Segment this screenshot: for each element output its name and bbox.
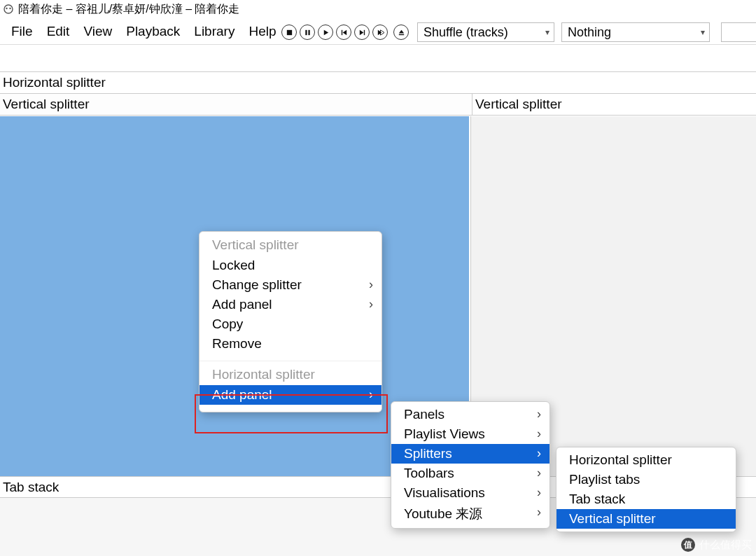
chevron-down-icon: ▾ <box>545 27 550 37</box>
ctx-item-add-panel[interactable]: Add panel <box>200 295 382 314</box>
divider <box>0 115 756 116</box>
svg-point-2 <box>9 8 10 9</box>
svg-rect-14 <box>398 34 403 34</box>
horizontal-splitter-header[interactable]: Horizontal splitter <box>0 71 756 94</box>
watermark-text: 什么值得买 <box>699 538 752 552</box>
vsplit-right-label: Vertical splitter <box>475 97 562 112</box>
context-menu-splitter: Vertical splitter Locked Change splitter… <box>199 231 382 412</box>
svg-marker-13 <box>398 29 403 33</box>
menu-playback[interactable]: Playback <box>119 22 187 41</box>
ctx-group-horizontal: Horizontal splitter <box>200 364 382 385</box>
chevron-down-icon: ▾ <box>701 27 705 37</box>
repeat-mode-combo[interactable]: Nothing ▾ <box>561 22 710 42</box>
svg-rect-7 <box>341 29 342 34</box>
play-button[interactable] <box>318 25 333 40</box>
svg-marker-9 <box>359 29 363 34</box>
window-titlebar: 陪着你走 – 容祖儿/蔡卓妍/钟欣潼 – 陪着你走 <box>0 0 756 18</box>
menu-view[interactable]: View <box>76 22 119 41</box>
hsplit-label: Horizontal splitter <box>3 75 106 90</box>
ctx-item-locked[interactable]: Locked <box>200 256 382 275</box>
menu-separator <box>200 361 382 361</box>
stop-button[interactable] <box>281 25 297 40</box>
menu-file[interactable]: File <box>4 22 40 41</box>
watermark: 值 什么值得买 <box>681 538 752 552</box>
sub-item-visualisations[interactable]: Visualisations <box>391 483 550 503</box>
app-icon <box>3 4 14 15</box>
pause-button[interactable] <box>300 25 315 40</box>
vsplit-left-label: Vertical splitter <box>3 97 90 112</box>
split-item-horizontal[interactable]: Horizontal splitter <box>556 450 736 470</box>
svg-marker-6 <box>323 29 328 34</box>
svg-marker-8 <box>342 29 346 34</box>
menu-help[interactable]: Help <box>241 22 283 41</box>
vertical-splitter-header-right[interactable]: Vertical splitter <box>472 94 756 115</box>
next-button[interactable] <box>354 25 370 40</box>
window-title: 陪着你走 – 容祖儿/蔡卓妍/钟欣潼 – 陪着你走 <box>18 2 239 17</box>
svg-point-0 <box>4 5 13 13</box>
eject-button[interactable] <box>393 25 409 40</box>
sub-item-playlist-views[interactable]: Playlist Views <box>391 424 550 444</box>
split-item-vertical[interactable]: Vertical splitter <box>556 509 736 529</box>
repeat-mode-value: Nothing <box>568 25 611 40</box>
split-item-tab-stack[interactable]: Tab stack <box>556 489 736 509</box>
ctx-item-change-splitter[interactable]: Change splitter <box>200 275 382 295</box>
sub-item-toolbars[interactable]: Toolbars <box>391 464 550 483</box>
sub-item-youtube-source[interactable]: Youtube 来源 <box>391 503 550 525</box>
ctx-item-remove[interactable]: Remove <box>200 334 382 354</box>
ctx-item-add-panel-h[interactable]: Add panel <box>200 385 382 405</box>
context-submenu-addpanel: Panels Playlist Views Splitters Toolbars… <box>391 401 550 529</box>
search-input[interactable] <box>721 22 756 42</box>
sub-item-panels[interactable]: Panels <box>391 405 550 424</box>
info-panel <box>0 45 756 71</box>
svg-rect-4 <box>305 29 307 34</box>
playback-toolbar: Shuffle (tracks) ▾ Nothing ▾ <box>281 22 756 42</box>
svg-point-1 <box>6 8 7 9</box>
menu-edit[interactable]: Edit <box>40 22 77 41</box>
ctx-group-vertical: Vertical splitter <box>200 235 382 256</box>
prev-button[interactable] <box>336 25 351 40</box>
menu-library[interactable]: Library <box>187 22 241 41</box>
svg-rect-5 <box>308 29 309 34</box>
svg-rect-3 <box>286 29 291 34</box>
split-item-playlist-tabs[interactable]: Playlist tabs <box>556 470 736 489</box>
watermark-icon: 值 <box>681 538 695 552</box>
svg-rect-10 <box>363 29 364 34</box>
vsplit-header-row: Vertical splitter Vertical splitter <box>0 94 756 115</box>
playback-order-value: Shuffle (tracks) <box>424 25 508 40</box>
ctx-item-copy[interactable]: Copy <box>200 314 382 334</box>
tabstack-label: Tab stack <box>3 480 59 495</box>
vertical-splitter-header-left[interactable]: Vertical splitter <box>0 94 472 115</box>
context-submenu-splitters: Horizontal splitter Playlist tabs Tab st… <box>556 447 736 532</box>
sub-item-splitters[interactable]: Splitters <box>391 444 550 464</box>
random-button[interactable] <box>372 25 388 40</box>
playback-order-combo[interactable]: Shuffle (tracks) ▾ <box>417 22 554 42</box>
